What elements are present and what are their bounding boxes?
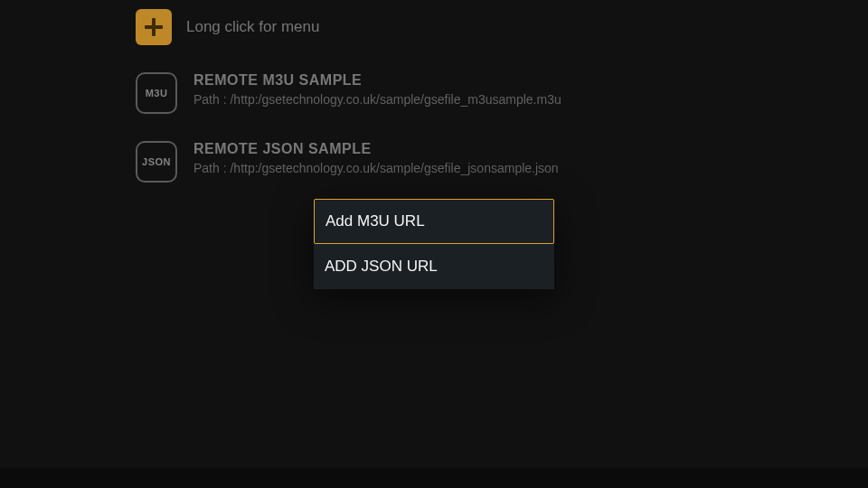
menu-item-add-json[interactable]: ADD JSON URL <box>314 244 554 289</box>
context-menu: Add M3U URL ADD JSON URL <box>314 199 554 289</box>
menu-item-add-m3u[interactable]: Add M3U URL <box>314 199 554 244</box>
bottom-bar <box>0 468 868 488</box>
modal-overlay[interactable]: Add M3U URL ADD JSON URL <box>0 0 868 488</box>
